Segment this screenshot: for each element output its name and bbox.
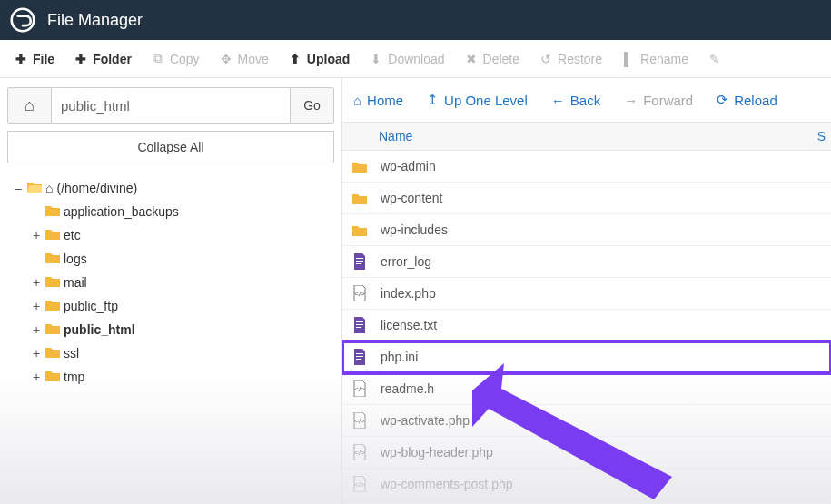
tree-item[interactable]: +ssl	[31, 341, 334, 365]
file-row[interactable]: php.ini	[342, 341, 831, 373]
file-row[interactable]: </>wp-blog-header.php	[342, 437, 831, 469]
tree-item-label: etc	[64, 226, 81, 244]
expand-icon[interactable]: +	[31, 344, 42, 362]
home-icon: ⌂	[25, 96, 35, 115]
nav-forward-button[interactable]: →Forward	[617, 89, 700, 112]
new-folder-button[interactable]: ✚Folder	[65, 46, 141, 72]
file-name: wp-activate.php	[381, 413, 470, 428]
tree-item[interactable]: application_backups	[31, 200, 334, 223]
new-file-button[interactable]: ✚File	[5, 46, 64, 72]
svg-text:</>: </>	[354, 385, 365, 393]
folder-icon	[45, 273, 60, 292]
svg-rect-3	[356, 263, 361, 264]
tree-item-label: tmp	[64, 368, 84, 386]
upload-button[interactable]: ⬆Upload	[280, 46, 359, 72]
cpanel-logo-icon	[9, 6, 36, 34]
file-name: php.ini	[381, 350, 418, 364]
go-button[interactable]: Go	[290, 88, 333, 123]
svg-rect-10	[356, 359, 361, 360]
path-input[interactable]	[52, 88, 290, 123]
file-row[interactable]: </>wp-activate.php	[342, 405, 831, 437]
code-file-icon: </>	[351, 380, 368, 397]
tree-item[interactable]: +etc	[31, 223, 334, 247]
nav-up-button[interactable]: ↥Up One Level	[420, 88, 535, 112]
restore-icon: ↺	[539, 52, 552, 66]
code-file-icon: </>	[351, 476, 368, 492]
nav-back-button[interactable]: ←Back	[544, 89, 608, 112]
collapse-icon[interactable]: –	[13, 179, 24, 197]
restore-button[interactable]: ↺Restore	[530, 46, 611, 72]
app-header: File Manager	[0, 0, 831, 40]
svg-rect-9	[356, 356, 363, 357]
file-row[interactable]: </>wp-comments-post.php	[342, 469, 831, 500]
rename-button[interactable]: ▌Rename	[613, 46, 697, 72]
file-row[interactable]: </>readme.h	[342, 373, 831, 405]
tree-root-label: (/home/divine)	[56, 179, 137, 197]
nav-reload-button[interactable]: ⟳Reload	[709, 88, 785, 112]
app-title: File Manager	[47, 11, 143, 30]
folder-icon	[351, 160, 368, 173]
back-icon: ←	[551, 93, 565, 108]
tree-item[interactable]: +mail	[31, 271, 334, 294]
file-name: license.txt	[381, 318, 437, 332]
download-icon: ⬇	[370, 52, 382, 66]
tree-item[interactable]: +public_html	[31, 318, 334, 341]
column-name[interactable]: Name	[379, 129, 412, 143]
delete-button[interactable]: ✖Delete	[456, 46, 529, 72]
download-button[interactable]: ⬇Download	[361, 46, 453, 72]
file-row[interactable]: license.txt	[342, 310, 831, 341]
expand-icon[interactable]: +	[31, 297, 42, 315]
left-panel: ⌂ Go Collapse All – ⌂ (/home/divine) app…	[0, 78, 341, 504]
file-name: wp-content	[381, 191, 442, 205]
delete-icon: ✖	[465, 52, 478, 66]
expand-icon[interactable]: +	[31, 273, 42, 292]
folder-icon	[351, 223, 368, 236]
plus-icon: ✚	[74, 52, 87, 66]
upload-icon: ⬆	[289, 52, 302, 66]
column-size[interactable]: S	[817, 129, 826, 143]
copy-button[interactable]: ⧉Copy	[143, 45, 209, 72]
path-row: ⌂ Go	[7, 87, 334, 124]
svg-text:</>: </>	[354, 417, 365, 425]
tree-item-label: public_html	[64, 321, 135, 339]
tree-item[interactable]: +public_ftp	[31, 294, 334, 318]
file-row[interactable]: </>index.php	[342, 278, 831, 310]
tree-item-label: ssl	[64, 344, 79, 362]
file-row[interactable]: wp-admin	[342, 151, 831, 183]
collapse-all-button[interactable]: Collapse All	[7, 131, 334, 163]
tree-item[interactable]: +tmp	[31, 365, 334, 389]
file-row[interactable]: wp-includes	[342, 214, 831, 246]
expand-icon[interactable]: +	[31, 368, 42, 386]
code-file-icon: </>	[351, 412, 368, 429]
svg-text:</>: </>	[354, 449, 365, 457]
nav-home-button[interactable]: ⌂Home	[346, 89, 411, 112]
svg-text:</>: </>	[354, 480, 365, 489]
folder-icon	[351, 192, 368, 204]
file-name: wp-comments-post.php	[381, 477, 513, 491]
folder-icon	[45, 368, 60, 386]
file-list: wp-adminwp-contentwp-includeserror_log</…	[342, 151, 831, 504]
tree-item-label: application_backups	[64, 203, 179, 221]
file-row[interactable]: wp-content	[342, 183, 831, 214]
file-name: readme.h	[381, 381, 434, 396]
file-row[interactable]: error_log	[342, 246, 831, 278]
file-name: error_log	[381, 254, 431, 269]
tree-item[interactable]: logs	[31, 247, 334, 271]
home-button[interactable]: ⌂	[8, 88, 52, 123]
file-nav-bar: ⌂Home ↥Up One Level ←Back →Forward ⟳Relo…	[342, 78, 831, 122]
folder-icon	[45, 203, 60, 221]
edit-button[interactable]: ✎	[699, 46, 730, 72]
move-button[interactable]: ✥Move	[211, 46, 278, 72]
plus-icon: ✚	[15, 52, 27, 66]
up-icon: ↥	[427, 92, 439, 108]
document-icon	[351, 317, 368, 333]
expand-icon[interactable]: +	[31, 321, 42, 339]
svg-rect-8	[356, 353, 363, 354]
reload-icon: ⟳	[717, 92, 728, 108]
copy-icon: ⧉	[152, 51, 164, 66]
file-name: wp-blog-header.php	[381, 445, 493, 460]
document-icon	[351, 349, 368, 365]
svg-rect-6	[356, 324, 363, 325]
tree-root[interactable]: – ⌂ (/home/divine)	[13, 176, 334, 200]
expand-icon[interactable]: +	[31, 226, 42, 244]
